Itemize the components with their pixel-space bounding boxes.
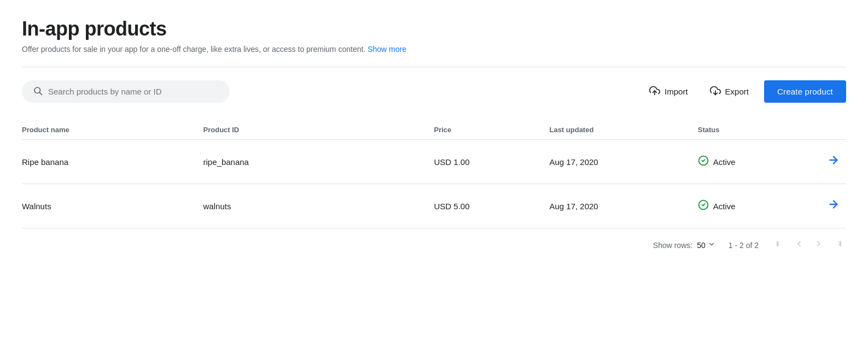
cell-status: Active	[698, 140, 813, 184]
search-icon	[33, 86, 43, 97]
last-page-button[interactable]	[831, 237, 846, 253]
svg-line-1	[39, 92, 42, 95]
description-text: Offer products for sale in your app for …	[22, 45, 365, 54]
create-product-label: Create product	[777, 87, 833, 96]
row-detail-button[interactable]	[825, 196, 842, 216]
cell-price: USD 1.00	[434, 140, 550, 184]
show-more-link[interactable]: Show more	[368, 45, 406, 54]
table-row[interactable]: Walnuts walnuts USD 5.00 Aug 17, 2020 Ac…	[22, 184, 846, 228]
search-box[interactable]	[22, 80, 230, 103]
export-icon	[710, 85, 721, 98]
rows-dropdown-icon	[708, 240, 715, 250]
import-button[interactable]: Import	[643, 81, 695, 102]
col-header-product-id: Product ID	[203, 120, 434, 140]
active-status-icon	[698, 199, 709, 213]
header-divider	[22, 67, 846, 67]
cell-product-id: walnuts	[203, 184, 434, 228]
products-table: Product name Product ID Price Last updat…	[22, 120, 846, 228]
page-container: In-app products Offer products for sale …	[0, 0, 868, 266]
export-label: Export	[725, 87, 749, 96]
page-description: Offer products for sale in your app for …	[22, 45, 846, 54]
col-header-status: Status	[698, 120, 813, 140]
table-row[interactable]: Ripe banana ripe_banana USD 1.00 Aug 17,…	[22, 140, 846, 184]
col-header-last-updated: Last updated	[549, 120, 697, 140]
cell-product-name: Walnuts	[22, 184, 203, 228]
toolbar: Import Export Create product	[22, 80, 846, 103]
col-header-arrow	[813, 120, 846, 140]
import-label: Import	[665, 87, 688, 96]
cell-arrow[interactable]	[813, 184, 846, 228]
page-title: In-app products	[22, 17, 846, 40]
create-product-button[interactable]: Create product	[764, 80, 846, 103]
pagination-row: Show rows: 50 1 - 2 of 2	[22, 228, 846, 253]
cell-price: USD 5.00	[434, 184, 550, 228]
active-status-icon	[698, 155, 709, 169]
export-button[interactable]: Export	[703, 81, 755, 102]
page-info: 1 - 2 of 2	[729, 241, 759, 250]
import-icon	[649, 85, 660, 98]
status-badge: Active	[713, 157, 736, 167]
rows-per-page-value: 50	[697, 241, 706, 250]
table-header-row: Product name Product ID Price Last updat…	[22, 120, 846, 140]
rows-per-page-select[interactable]: 50	[697, 240, 715, 250]
first-page-button[interactable]	[772, 237, 787, 253]
col-header-product-name: Product name	[22, 120, 203, 140]
cell-product-id: ripe_banana	[203, 140, 434, 184]
cell-last-updated: Aug 17, 2020	[549, 184, 697, 228]
cell-last-updated: Aug 17, 2020	[549, 140, 697, 184]
cell-arrow[interactable]	[813, 140, 846, 184]
cell-status: Active	[698, 184, 813, 228]
prev-page-button[interactable]	[791, 237, 807, 253]
next-page-button[interactable]	[811, 237, 826, 253]
cell-product-name: Ripe banana	[22, 140, 203, 184]
show-rows-label: Show rows:	[653, 241, 692, 250]
col-header-price: Price	[434, 120, 550, 140]
row-detail-button[interactable]	[825, 152, 842, 172]
search-input[interactable]	[48, 87, 219, 96]
status-badge: Active	[713, 202, 736, 211]
